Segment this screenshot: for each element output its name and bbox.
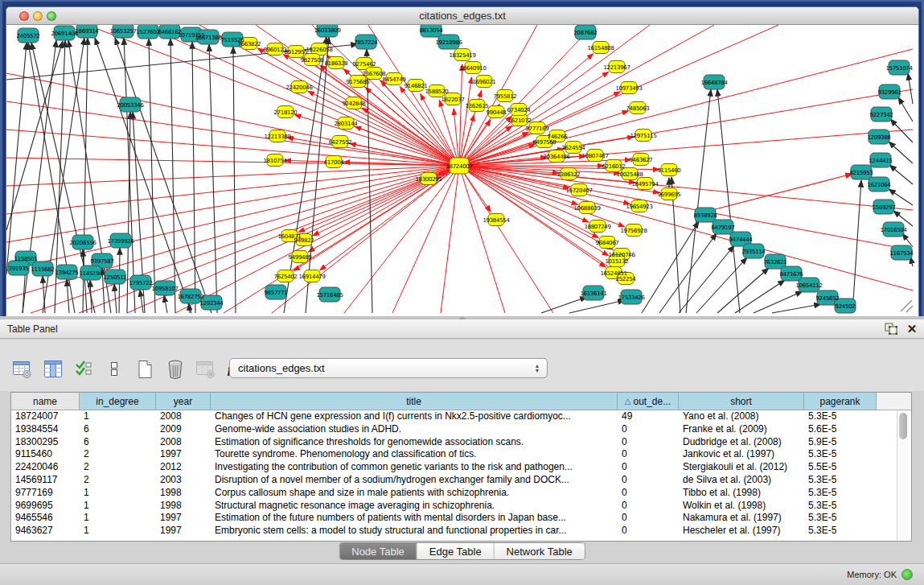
cell-pagerank: 5.3E-5: [804, 474, 877, 487]
delete-column-icon[interactable]: [164, 359, 186, 381]
cell-short: Tibbo et al. (1998): [679, 487, 804, 500]
cell-name: 9463627: [11, 525, 80, 538]
svg-text:16914479: 16914479: [298, 274, 325, 280]
table-row[interactable]: 946554611997Estimation of the future num…: [11, 512, 877, 525]
cell-out_de: 0: [618, 525, 679, 538]
svg-text:7485063: 7485063: [626, 105, 649, 112]
svg-text:16154808: 16154808: [587, 45, 614, 51]
table-mode-icon[interactable]: [11, 359, 33, 381]
column-header-out_de[interactable]: △out_de...: [618, 393, 679, 410]
cell-out_de: 0: [618, 448, 679, 461]
table-row[interactable]: 1872400712008Changes of HCN gene express…: [11, 410, 877, 423]
table-row[interactable]: 911546021997Tourette syndrome. Phenomeno…: [11, 448, 877, 461]
cell-title: Embryonic stem cells: a model to study s…: [211, 525, 618, 538]
table-scrollbar[interactable]: [897, 411, 909, 540]
table-row[interactable]: 969969511998Structural magnetic resonanc…: [11, 500, 877, 513]
network-view-window[interactable]: citations_edges.txt 18724007240557220691…: [6, 6, 919, 317]
svg-text:1209388: 1209388: [867, 134, 890, 141]
cell-name: 14569117: [11, 474, 80, 487]
svg-text:18226058: 18226058: [306, 47, 332, 53]
table-row[interactable]: 1830029562008Estimation of significance …: [11, 436, 877, 449]
cell-year: 2012: [156, 461, 211, 474]
cell-in_degree: 1: [80, 410, 156, 423]
cell-name: 9465546: [11, 512, 80, 525]
svg-text:9242848: 9242848: [342, 101, 365, 107]
svg-text:10958107: 10958107: [151, 286, 178, 292]
close-panel-icon[interactable]: ✕: [906, 323, 918, 336]
column-header-short[interactable]: short: [679, 393, 804, 410]
svg-text:9699695: 9699695: [657, 192, 680, 198]
cell-name: 18300295: [11, 436, 80, 449]
sort-ascending-icon: △: [625, 397, 631, 406]
column-header-year[interactable]: year: [156, 393, 211, 410]
svg-text:12213389: 12213389: [264, 134, 290, 140]
network-canvas[interactable]: 1872400724055722069140618693141065325715…: [6, 25, 918, 316]
network-window-titlebar[interactable]: citations_edges.txt: [6, 7, 918, 25]
svg-text:924502: 924502: [836, 303, 856, 310]
svg-text:391935: 391935: [9, 266, 29, 272]
table-row[interactable]: 946362711997Embryonic stem cells: a mode…: [11, 525, 877, 538]
attribute-table[interactable]: namein_degreeyeartitle△out_de...shortpag…: [10, 392, 912, 542]
svg-text:10807467: 10807467: [581, 153, 608, 159]
svg-text:1822037: 1822037: [441, 97, 464, 103]
cell-title: Estimation of significance thresholds fo…: [211, 436, 618, 449]
svg-text:2405572: 2405572: [16, 33, 39, 39]
svg-text:1621064: 1621064: [867, 182, 891, 188]
svg-text:20364486: 20364486: [543, 154, 570, 160]
cell-in_degree: 2: [80, 461, 156, 474]
column-header-in_degree[interactable]: in_degree: [80, 393, 156, 410]
float-window-icon[interactable]: [885, 323, 899, 336]
svg-text:15716485: 15716485: [316, 292, 343, 299]
cell-out_de: 0: [618, 500, 679, 513]
citation-network-graph[interactable]: 1872400724055722069140618693141065325715…: [6, 25, 918, 316]
svg-text:2803144: 2803144: [334, 121, 358, 127]
import-table-icon[interactable]: [72, 359, 94, 381]
svg-text:12975115: 12975115: [630, 133, 656, 139]
svg-text:8471676: 8471676: [779, 271, 803, 278]
svg-text:16671388: 16671388: [195, 35, 221, 41]
cell-short: de Silva et al. (2003): [679, 474, 804, 487]
cell-short: Dudbridge et al. (2008): [679, 436, 804, 449]
column-header-title[interactable]: title: [211, 393, 618, 410]
column-header-pagerank[interactable]: pagerank: [804, 393, 877, 410]
cell-short: Wolkin et al. (1998): [679, 500, 804, 513]
column-visibility-icon[interactable]: [42, 359, 64, 381]
table-body: 1872400712008Changes of HCN gene express…: [11, 410, 877, 538]
table-row[interactable]: 1938455462009Genome-wide association stu…: [11, 423, 877, 436]
svg-text:9115460: 9115460: [657, 167, 680, 174]
svg-text:7663822: 7663822: [237, 41, 261, 47]
tab-edge-table[interactable]: Edge Table: [417, 543, 495, 559]
svg-text:1696021: 1696021: [472, 79, 495, 85]
table-type-tabs: Node TableEdge TableNetwork Table: [339, 542, 585, 560]
cell-in_degree: 1: [80, 487, 156, 500]
cell-short: Hescheler et al. (1997): [679, 525, 804, 538]
svg-text:1394275: 1394275: [55, 270, 78, 276]
svg-text:1569297: 1569297: [872, 204, 895, 211]
svg-text:19384554: 19384554: [483, 217, 510, 224]
svg-text:8813054: 8813054: [419, 27, 443, 34]
tab-network-table[interactable]: Network Table: [495, 543, 585, 559]
row-height-icon[interactable]: [103, 359, 125, 381]
cell-title: Structural magnetic resonance image aver…: [211, 500, 618, 513]
svg-text:9777169: 9777169: [525, 126, 548, 132]
cell-short: Jankovic et al. (1997): [679, 448, 804, 461]
cell-year: 1997: [156, 512, 211, 525]
cell-in_degree: 6: [80, 423, 156, 436]
dropdown-stepper-icon: ▲▼: [531, 361, 544, 376]
new-column-icon[interactable]: [133, 359, 155, 381]
svg-text:20206556: 20206556: [69, 240, 97, 246]
column-header-name[interactable]: name: [11, 393, 80, 410]
scrollbar-thumb[interactable]: [899, 413, 907, 439]
cell-in_degree: 6: [80, 436, 156, 449]
cell-pagerank: 5.6E-5: [804, 423, 877, 436]
svg-text:16120746: 16120746: [608, 252, 635, 258]
svg-text:8186328: 8186328: [324, 60, 347, 67]
table-row[interactable]: 1456911722003Disruption of a novel membe…: [11, 474, 877, 487]
table-row[interactable]: 2242004622012Investigating the contribut…: [11, 461, 877, 474]
cell-year: 2003: [156, 474, 211, 487]
cell-pagerank: 5.3E-5: [804, 500, 877, 513]
table-selector-dropdown[interactable]: citations_edges.txt ▲▼: [229, 358, 548, 378]
tab-node-table[interactable]: Node Table: [339, 543, 417, 559]
cell-name: 9115460: [11, 448, 80, 461]
table-row[interactable]: 977716911998Corpus callosum shape and si…: [11, 487, 877, 500]
